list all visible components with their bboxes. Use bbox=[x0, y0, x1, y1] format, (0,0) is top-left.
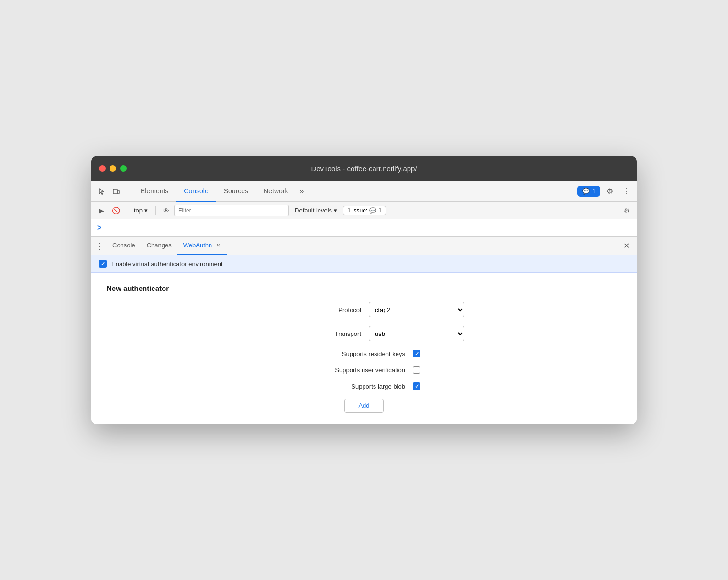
large-blob-label: Supports large blob bbox=[308, 383, 413, 390]
issue-badge[interactable]: 💬 1 bbox=[577, 186, 600, 197]
main-toolbar: Elements Console Sources Network » 💬 1 ⚙ bbox=[91, 181, 637, 202]
issue-chat-icon: 💬 bbox=[369, 207, 376, 214]
toolbar-right: 💬 1 ⚙ ⋮ bbox=[577, 185, 633, 198]
drawer-tab-console[interactable]: Console bbox=[107, 237, 141, 255]
section-title: New authenticator bbox=[107, 284, 621, 292]
drawer-more-button[interactable]: ⋮ bbox=[93, 239, 107, 253]
protocol-row: Protocol ctap2 u2f bbox=[107, 302, 621, 317]
tab-network[interactable]: Network bbox=[256, 181, 296, 202]
block-button[interactable]: 🚫 bbox=[110, 204, 122, 217]
protocol-label: Protocol bbox=[264, 306, 369, 313]
transport-row: Transport usb nfc ble internal cable bbox=[107, 326, 621, 341]
more-tabs-button[interactable]: » bbox=[296, 181, 308, 202]
issue-count-text: 1 Issue: bbox=[347, 207, 367, 214]
issue-count-badge[interactable]: 1 Issue: 💬 1 bbox=[343, 206, 386, 215]
eye-button[interactable]: 👁 bbox=[160, 204, 172, 217]
console-divider-2 bbox=[155, 206, 156, 215]
settings-button[interactable]: ⚙ bbox=[603, 185, 617, 198]
close-button[interactable] bbox=[99, 165, 106, 172]
user-verification-row: Supports user verification bbox=[107, 366, 621, 374]
sidebar-toggle-button[interactable]: ▶ bbox=[95, 204, 108, 217]
enable-bar: ✓ Enable virtual authenticator environme… bbox=[91, 255, 637, 273]
transport-label: Transport bbox=[264, 330, 369, 337]
webauthn-content: ✓ Enable virtual authenticator environme… bbox=[91, 255, 637, 424]
top-selector-button[interactable]: top ▾ bbox=[130, 206, 152, 215]
top-arrow: ▾ bbox=[144, 207, 148, 214]
drawer-tab-changes[interactable]: Changes bbox=[141, 237, 177, 255]
bottom-drawer: ⋮ Console Changes WebAuthn ✕ ✕ ✓ Enable … bbox=[91, 236, 637, 424]
devtools-window: DevTools - coffee-cart.netlify.app/ Elem… bbox=[91, 156, 637, 424]
svg-rect-1 bbox=[117, 190, 119, 194]
toolbar-icons bbox=[95, 185, 123, 198]
tab-elements[interactable]: Elements bbox=[133, 181, 176, 202]
large-blob-checkmark: ✓ bbox=[415, 383, 419, 390]
large-blob-row: Supports large blob ✓ bbox=[107, 382, 621, 390]
cursor-icon[interactable] bbox=[95, 185, 109, 198]
console-content: > bbox=[91, 219, 637, 236]
default-levels-button[interactable]: Default levels ▾ bbox=[291, 206, 341, 215]
resident-keys-checkbox[interactable]: ✓ bbox=[413, 350, 420, 357]
device-toggle-icon[interactable] bbox=[110, 185, 123, 198]
resident-keys-row: Supports resident keys ✓ bbox=[107, 350, 621, 357]
transport-select[interactable]: usb nfc ble internal cable bbox=[369, 326, 464, 341]
chat-icon: 💬 bbox=[582, 188, 590, 195]
tab-console[interactable]: Console bbox=[176, 181, 216, 202]
issue-num: 1 bbox=[378, 207, 382, 214]
toolbar-divider bbox=[130, 187, 130, 196]
tab-sources[interactable]: Sources bbox=[216, 181, 256, 202]
window-title: DevTools - coffee-cart.netlify.app/ bbox=[311, 165, 417, 173]
main-tab-nav: Elements Console Sources Network » bbox=[133, 181, 577, 202]
minimize-button[interactable] bbox=[110, 165, 116, 172]
drawer-close-button[interactable]: ✕ bbox=[619, 239, 633, 253]
drawer-tab-webauthn[interactable]: WebAuthn ✕ bbox=[177, 237, 227, 255]
traffic-lights bbox=[99, 165, 127, 172]
filter-input[interactable] bbox=[174, 205, 289, 216]
gear-icon: ⚙ bbox=[607, 187, 613, 196]
new-authenticator-section: New authenticator Protocol ctap2 u2f Tra… bbox=[91, 273, 637, 424]
large-blob-checkbox[interactable]: ✓ bbox=[413, 382, 420, 390]
enable-checkbox[interactable]: ✓ bbox=[99, 260, 107, 268]
protocol-select[interactable]: ctap2 u2f bbox=[369, 302, 464, 317]
issue-count: 1 bbox=[592, 188, 596, 195]
webauthn-tab-close[interactable]: ✕ bbox=[215, 242, 221, 249]
add-btn-container: Add bbox=[107, 399, 621, 413]
console-prompt[interactable]: > bbox=[97, 223, 101, 232]
maximize-button[interactable] bbox=[120, 165, 127, 172]
svg-rect-0 bbox=[113, 189, 117, 194]
resident-keys-checkmark: ✓ bbox=[415, 351, 419, 357]
ellipsis-icon: ⋮ bbox=[622, 187, 630, 196]
more-button[interactable]: ⋮ bbox=[619, 185, 633, 198]
console-toolbar: ▶ 🚫 top ▾ 👁 Default levels ▾ 1 Issue: 💬 … bbox=[91, 202, 637, 219]
default-levels-label: Default levels bbox=[295, 207, 332, 214]
console-settings-button[interactable]: ⚙ bbox=[620, 204, 633, 217]
checkmark-icon: ✓ bbox=[101, 261, 105, 267]
user-verification-checkbox[interactable] bbox=[413, 366, 420, 374]
add-button[interactable]: Add bbox=[344, 399, 383, 413]
user-verification-label: Supports user verification bbox=[308, 367, 413, 374]
enable-label: Enable virtual authenticator environment bbox=[111, 260, 223, 268]
drawer-tabs: ⋮ Console Changes WebAuthn ✕ ✕ bbox=[91, 237, 637, 255]
default-levels-arrow: ▾ bbox=[334, 207, 337, 214]
title-bar: DevTools - coffee-cart.netlify.app/ bbox=[91, 156, 637, 181]
console-divider-1 bbox=[126, 206, 126, 215]
resident-keys-label: Supports resident keys bbox=[308, 350, 413, 357]
top-label: top bbox=[134, 207, 143, 214]
